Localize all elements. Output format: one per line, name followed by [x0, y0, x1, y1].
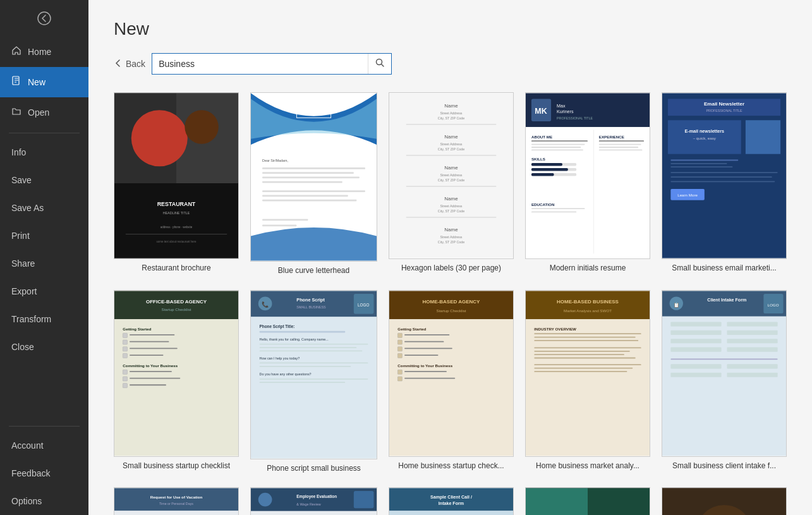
template-thumb-small-business-email: Email Newsletter PROFESSIONAL TITLE E-ma… — [662, 92, 787, 259]
svg-rect-22 — [262, 181, 342, 183]
sidebar-item-home[interactable]: Home — [0, 37, 88, 67]
svg-text:MK: MK — [535, 107, 547, 116]
svg-rect-74 — [531, 208, 585, 209]
page-title: New — [114, 19, 787, 39]
template-card-employee-eval[interactable]: Employee Evaluation & Wage Review Employ… — [250, 487, 377, 515]
sidebar-item-save-label: Save — [11, 175, 32, 185]
svg-text:City, ST ZIP Code: City, ST ZIP Code — [438, 116, 464, 120]
svg-rect-186 — [114, 488, 238, 511]
sidebar-item-print[interactable]: Print — [0, 222, 88, 250]
svg-text:some text about restaurant her: some text about restaurant here — [157, 240, 197, 243]
sidebar-item-save-as[interactable]: Save As — [0, 194, 88, 222]
template-card-home-based[interactable]: HOME BASED business template HOME BASED — [662, 487, 787, 515]
svg-rect-84 — [670, 160, 738, 161]
sidebar-divider-bottom — [9, 426, 80, 427]
svg-text:LOGO: LOGO — [768, 302, 779, 306]
sidebar-item-close[interactable]: Close — [0, 333, 88, 361]
template-label-modern-initials-resume: Modern initials resume — [525, 264, 650, 274]
svg-rect-208 — [354, 491, 374, 508]
back-arrow-button[interactable] — [0, 0, 88, 37]
svg-rect-138 — [404, 334, 449, 336]
svg-rect-93 — [114, 291, 238, 319]
svg-rect-137 — [397, 333, 402, 337]
template-label-home-business-market: Home business market analy... — [525, 461, 650, 471]
template-card-logotype[interactable]: + YOUR LOGOTYPE tagline goes here YOUR L… — [525, 487, 650, 515]
svg-point-7 — [131, 110, 188, 166]
sidebar-item-feedback[interactable]: Feedback — [0, 459, 88, 487]
svg-rect-21 — [262, 177, 360, 179]
sidebar-item-export[interactable]: Export — [0, 277, 88, 305]
template-card-vacation-request[interactable]: Request for Use of Vacation Time or Pers… — [114, 487, 239, 515]
search-button[interactable] — [368, 54, 391, 74]
sidebar-item-open[interactable]: Open — [0, 97, 88, 128]
template-card-blue-curve-letterhead[interactable]: LOGO HERE Dear Sir/Madam, Blue curve let… — [250, 92, 377, 276]
back-link[interactable]: Back — [114, 59, 145, 70]
svg-rect-148 — [397, 376, 402, 380]
template-card-sample-client-call[interactable]: Sample Client Call / Intake Form Client … — [389, 487, 514, 515]
svg-text:Learn More: Learn More — [677, 193, 698, 197]
svg-text:How can I help you today?: How can I help you today? — [260, 356, 300, 360]
svg-text:Request for Use of Vacation: Request for Use of Vacation — [150, 495, 203, 499]
svg-rect-69 — [599, 140, 644, 142]
template-label-small-business-email: Small business email marketi... — [662, 264, 787, 274]
svg-rect-71 — [599, 147, 638, 148]
sidebar-item-info[interactable]: Info — [0, 138, 88, 166]
svg-text:INDUSTRY OVERVIEW: INDUSTRY OVERVIEW — [534, 326, 576, 330]
sidebar-item-new-label: New — [28, 77, 45, 87]
svg-text:EXPERIENCE: EXPERIENCE — [599, 135, 624, 139]
template-label-restaurant-brochure: Restaurant brochure — [114, 264, 239, 274]
search-input[interactable] — [152, 55, 368, 73]
svg-rect-174 — [670, 330, 721, 334]
template-thumb-restaurant-brochure: RESTAURANT HEADLINE TITLE address · phon… — [114, 92, 239, 259]
sidebar-item-save[interactable]: Save — [0, 166, 88, 194]
template-card-small-business-client[interactable]: 📋 Client Intake Form LOGO — [662, 290, 787, 474]
svg-rect-66 — [531, 173, 554, 176]
sidebar-item-close-label: Close — [11, 342, 34, 352]
template-card-phone-script[interactable]: 📞 Phone Script SMALL BUSINESS LOGO Phone… — [250, 290, 377, 474]
svg-rect-240 — [588, 488, 650, 515]
template-card-home-business-startup[interactable]: HOME-BASED AGENCY Startup Checklist Gett… — [389, 290, 514, 474]
svg-rect-23 — [262, 190, 365, 192]
svg-rect-239 — [526, 488, 588, 515]
svg-text:Market Analysis and SWOT: Market Analysis and SWOT — [564, 308, 612, 313]
svg-rect-128 — [260, 366, 351, 367]
svg-rect-133 — [389, 291, 513, 319]
svg-text:Email Newsletter: Email Newsletter — [704, 101, 744, 107]
svg-text:Phone Script: Phone Script — [296, 296, 325, 302]
svg-text:📋: 📋 — [674, 301, 679, 307]
svg-rect-127 — [260, 362, 368, 363]
svg-text:Committing to Your Business: Committing to Your Business — [397, 363, 452, 367]
svg-rect-97 — [123, 333, 127, 337]
svg-rect-107 — [130, 371, 172, 372]
svg-rect-183 — [670, 372, 721, 377]
sidebar-item-new[interactable]: New — [0, 67, 88, 97]
svg-rect-179 — [727, 347, 777, 351]
svg-rect-144 — [404, 354, 438, 356]
svg-rect-89 — [670, 181, 775, 182]
sidebar-item-account[interactable]: Account — [0, 432, 88, 459]
sidebar-item-options[interactable]: Options — [0, 487, 88, 515]
sidebar-item-share[interactable]: Share — [0, 250, 88, 277]
svg-text:Getting Started: Getting Started — [123, 326, 151, 330]
svg-rect-156 — [534, 336, 635, 337]
svg-text:& Wage Review: & Wage Review — [296, 502, 320, 506]
svg-rect-159 — [534, 351, 629, 352]
template-card-small-business-startup[interactable]: OFFICE-BASED AGENCY Startup Checklist Ge… — [114, 290, 239, 474]
svg-rect-58 — [531, 147, 581, 148]
template-card-small-business-email[interactable]: Email Newsletter PROFESSIONAL TITLE E-ma… — [662, 92, 787, 276]
svg-rect-103 — [123, 353, 127, 358]
svg-text:Time or Personal Days: Time or Personal Days — [159, 502, 193, 506]
svg-rect-102 — [130, 348, 178, 349]
svg-text:City, ST ZIP Code: City, ST ZIP Code — [438, 147, 464, 151]
template-card-restaurant-brochure[interactable]: RESTAURANT HEADLINE TITLE address · phon… — [114, 92, 239, 276]
svg-text:– quick, easy: – quick, easy — [693, 136, 717, 140]
svg-rect-180 — [670, 358, 777, 360]
svg-text:ABOUT ME: ABOUT ME — [531, 135, 552, 139]
template-card-modern-initials-resume[interactable]: MK Max Kuriners PROFESSIONAL TITLE ABOUT… — [525, 92, 650, 276]
svg-rect-173 — [727, 322, 777, 326]
svg-rect-36 — [406, 155, 497, 155]
sidebar-item-transform[interactable]: Transform — [0, 305, 88, 333]
template-card-home-business-market[interactable]: HOME-BASED BUSINESS Market Analysis and … — [525, 290, 650, 474]
svg-rect-161 — [534, 357, 635, 358]
template-card-hexagon-labels[interactable]: Name Street Address City, ST ZIP Code Na… — [389, 92, 514, 276]
